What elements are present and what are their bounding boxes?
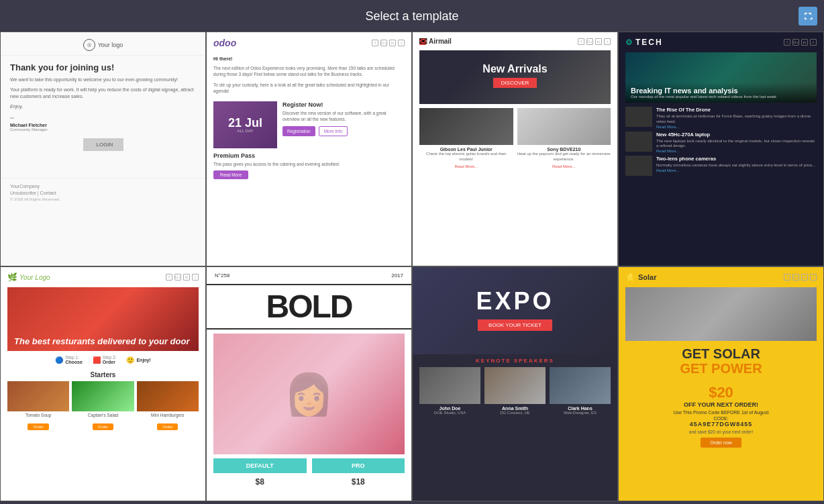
- hero-tech-title: Breaking IT news and analysis: [631, 87, 811, 95]
- speaker3-role: Web-Designer, ES: [550, 411, 611, 415]
- promo-sub: and save $20 on your next order!: [625, 430, 817, 434]
- template-bold[interactable]: N°258 2017 BOLD 👩 DEFAULT PRO $8 $18: [206, 266, 412, 501]
- template-solar[interactable]: ⭐ Solar fG+int GET SOLAR GET POWER $20 O…: [618, 266, 824, 501]
- pro-button[interactable]: PRO: [312, 458, 405, 473]
- template-odoo[interactable]: odoo fG+int Hi there! The next edition o…: [206, 32, 412, 266]
- default-button[interactable]: DEFAULT: [213, 458, 307, 473]
- order-salad-button[interactable]: Order: [93, 423, 113, 430]
- read-more-button[interactable]: Read More: [213, 170, 248, 179]
- body1: The next edition of Odoo Experience look…: [207, 64, 411, 81]
- speaker-3: Clark Hans Web-Designer, ES: [550, 367, 611, 415]
- drone-image: [625, 107, 652, 127]
- food-item-1: Tomato Soup Order: [7, 381, 69, 431]
- news-item-2: New 45Hc-270A laptop The new laptops loo…: [625, 132, 817, 154]
- social-icons-airmail: fG+int: [578, 38, 611, 45]
- logo-circle: ◎: [83, 39, 95, 51]
- step1-icon: 🔵: [55, 356, 63, 364]
- order-soup-button[interactable]: Order: [28, 423, 48, 430]
- discover-button[interactable]: DISCOVER: [493, 78, 537, 88]
- login-button[interactable]: LOGIN: [83, 138, 123, 151]
- step-3: 🙂 Enjoy!: [126, 355, 150, 364]
- greeting: Hi there!: [207, 54, 411, 64]
- promo-text: OFF YOUR NEXT ORDER!: [625, 401, 817, 408]
- social-icons-solar: fG+int: [784, 274, 817, 281]
- page-header: Select a template: [0, 0, 824, 32]
- expo-title: EXPO: [476, 287, 554, 315]
- footer-links: Unsubscribe | Contact: [10, 191, 196, 195]
- hero-restaurant: The best resturants delivered to your do…: [7, 287, 199, 351]
- news1-content: The Rise Of The Drone They sit at termin…: [656, 107, 817, 129]
- food2-name: Captain's Salad: [72, 413, 134, 417]
- order-now-button[interactable]: Order now: [701, 438, 741, 448]
- promo-code: 45A9E77DGW8455: [625, 421, 817, 427]
- food-items: Tomato Soup Order Captain's Salad Order …: [1, 381, 205, 431]
- product1-link[interactable]: Read More...: [419, 164, 513, 168]
- news2-link[interactable]: Read More...: [656, 149, 817, 153]
- sig-role: Community Manager: [10, 128, 196, 132]
- tech-icon: ⚙: [625, 38, 633, 47]
- speaker1-name: John Doe: [419, 406, 480, 411]
- social-icons: fG+int: [372, 40, 405, 46]
- product1-desc: Check the top electric guitar brands and…: [419, 152, 513, 162]
- more-info-button[interactable]: More Info: [319, 126, 348, 136]
- bold-image: 👩: [213, 334, 405, 454]
- template-expo[interactable]: EXPO BOOK YOUR TICKET KEYNOTE SPEAKERS J…: [412, 266, 618, 501]
- speaker2-image: [484, 367, 546, 404]
- issue-number: N°258: [215, 272, 229, 279]
- template-restaurant[interactable]: 🌿 Your Logo fG+int The best resturants d…: [0, 266, 206, 501]
- step2-name: Order: [103, 360, 117, 364]
- template-airmail[interactable]: ✉ Airmail fG+int New Arrivals DISCOVER G…: [412, 32, 618, 266]
- food-item-2: Captain's Salad Order: [72, 381, 134, 431]
- promo-price: $20: [625, 384, 817, 401]
- news1-desc: They sit at terminals at Holloman Air Fo…: [656, 114, 817, 125]
- registration-button[interactable]: Registration: [282, 126, 315, 136]
- food-item-3: Mini Hamburgers Order: [137, 381, 199, 431]
- promo-code-label: Use This Promo Code BEFORE 1st of August: [625, 410, 817, 415]
- bold-title: BOLD: [212, 291, 406, 323]
- step2-icon: 🟥: [93, 356, 101, 364]
- solar-name: Solar: [638, 273, 657, 281]
- news-item-3: Two-lens phone cameras Normally mirrorle…: [625, 156, 817, 176]
- signature-wave: ~: [10, 113, 196, 121]
- speakers-title: KEYNOTE SPEAKERS: [413, 358, 617, 364]
- product2-link[interactable]: Read More...: [517, 164, 611, 168]
- solar-star-icon: ⭐: [625, 272, 635, 282]
- speaker2-name: Anna Smith: [484, 406, 546, 411]
- speaker3-name: Clark Hans: [550, 406, 611, 411]
- step1-name: Choose: [65, 360, 83, 364]
- burger-image: [137, 381, 199, 411]
- price-1: $8: [213, 477, 307, 487]
- promo-code-label2: CODE:: [625, 416, 817, 421]
- product2-desc: Heat up the popcorn and get ready for an…: [517, 152, 611, 162]
- news1-link[interactable]: Read More...: [656, 125, 817, 129]
- step-1: 🔵 Step 1: Choose: [55, 355, 83, 364]
- airmail-logo: ✉ Airmail: [419, 38, 452, 45]
- speaker3-image: [550, 367, 611, 404]
- food3-name: Mini Hamburgers: [137, 413, 199, 417]
- solar-logo: ⭐ Solar: [625, 272, 657, 282]
- restaurant-logo: 🌿 Your Logo: [7, 272, 50, 282]
- news2-content: New 45Hc-270A laptop The new laptops loo…: [656, 132, 817, 154]
- template-tech[interactable]: ⚙ TECH f G+ in t Breaking IT news and an…: [618, 32, 824, 266]
- news3-link[interactable]: Read More...: [656, 168, 815, 172]
- airmail-dot: ✉: [419, 38, 426, 45]
- hero-text: New Arrivals: [482, 63, 547, 75]
- body2: Your platform is ready for work. It will…: [10, 87, 196, 100]
- soup-image: [7, 381, 69, 411]
- expand-button[interactable]: [799, 7, 817, 26]
- news3-desc: Normally mirrorless cameras have always …: [656, 163, 815, 168]
- event-info: Register Now! Discover the new version o…: [282, 101, 405, 136]
- headline: Thank you for joining us!: [10, 62, 196, 72]
- food1-name: Tomato Soup: [7, 413, 69, 417]
- hero-rest-text: The best resturants delivered to your do…: [7, 332, 197, 351]
- page-title: Select a template: [365, 9, 458, 23]
- rest-logo-text: Your Logo: [19, 274, 50, 281]
- template-thankyou[interactable]: ◎ Your logo Thank you for joining us! We…: [0, 32, 206, 266]
- news3-content: Two-lens phone cameras Normally mirrorle…: [656, 156, 815, 172]
- starters-title: Starters: [1, 371, 205, 379]
- logo-text: Your logo: [98, 42, 123, 48]
- phone-image: [625, 156, 652, 176]
- book-ticket-button[interactable]: BOOK YOUR TICKET: [478, 319, 552, 331]
- hero-image: New Arrivals DISCOVER: [419, 50, 611, 104]
- order-burger-button[interactable]: Order: [157, 423, 178, 430]
